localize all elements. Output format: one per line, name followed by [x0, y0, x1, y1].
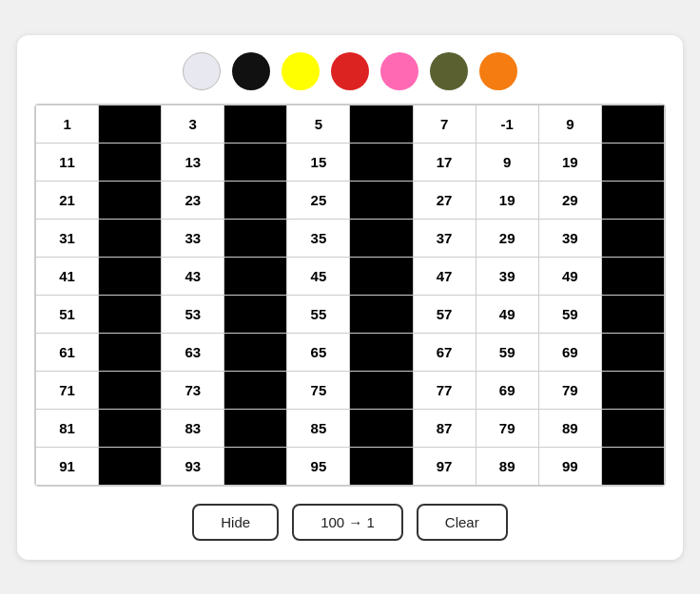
grid-cell[interactable]: 29 — [476, 219, 538, 257]
grid-cell[interactable]: 49 — [476, 295, 538, 333]
grid-cell[interactable] — [99, 257, 162, 295]
grid-cell[interactable]: 51 — [36, 295, 99, 333]
grid-cell[interactable]: 53 — [162, 295, 224, 333]
grid-cell[interactable] — [99, 219, 162, 257]
grid-cell[interactable]: 81 — [36, 409, 99, 447]
grid-cell[interactable]: 87 — [413, 409, 476, 447]
grid-cell[interactable]: 39 — [538, 219, 601, 257]
grid-cell[interactable] — [99, 295, 162, 333]
grid-cell[interactable]: 1 — [36, 105, 99, 143]
grid-cell[interactable]: 67 — [413, 333, 476, 371]
grid-cell[interactable] — [601, 333, 664, 371]
grid-cell[interactable] — [601, 447, 664, 485]
color-pink[interactable] — [380, 52, 418, 90]
color-olive[interactable] — [430, 52, 468, 90]
grid-cell[interactable]: 23 — [162, 181, 224, 219]
grid-cell[interactable] — [350, 219, 413, 257]
grid-cell[interactable] — [601, 409, 664, 447]
grid-cell[interactable]: 77 — [413, 371, 476, 409]
grid-cell[interactable]: 29 — [538, 181, 601, 219]
grid-cell[interactable]: 49 — [538, 257, 601, 295]
grid-cell[interactable] — [601, 257, 664, 295]
grid-cell[interactable]: 17 — [413, 143, 476, 181]
grid-cell[interactable]: 65 — [287, 333, 350, 371]
grid-cell[interactable]: 25 — [287, 181, 350, 219]
grid-cell[interactable]: 99 — [538, 447, 601, 485]
color-black[interactable] — [232, 52, 270, 90]
grid-cell[interactable] — [601, 143, 664, 181]
grid-cell[interactable]: 37 — [413, 219, 476, 257]
grid-cell[interactable]: 45 — [287, 257, 350, 295]
color-orange[interactable] — [479, 52, 517, 90]
grid-cell[interactable] — [350, 409, 413, 447]
grid-cell[interactable]: 73 — [162, 371, 224, 409]
grid-cell[interactable] — [99, 371, 162, 409]
grid-cell[interactable] — [224, 371, 287, 409]
grid-cell[interactable]: 5 — [287, 105, 350, 143]
grid-cell[interactable]: 79 — [476, 409, 538, 447]
grid-cell[interactable]: 69 — [538, 333, 601, 371]
grid-cell[interactable]: 35 — [287, 219, 350, 257]
grid-cell[interactable] — [350, 371, 413, 409]
grid-cell[interactable]: 89 — [476, 447, 538, 485]
grid-cell[interactable]: 61 — [36, 333, 99, 371]
grid-cell[interactable] — [99, 143, 162, 181]
grid-cell[interactable] — [350, 181, 413, 219]
grid-cell[interactable] — [99, 409, 162, 447]
grid-cell[interactable]: 21 — [36, 181, 99, 219]
grid-cell[interactable]: 43 — [162, 257, 224, 295]
grid-cell[interactable]: 57 — [413, 295, 476, 333]
color-yellow[interactable] — [282, 52, 320, 90]
grid-cell[interactable] — [350, 105, 413, 143]
order-button[interactable]: 100 → 1 — [292, 504, 403, 541]
grid-cell[interactable] — [99, 105, 162, 143]
grid-cell[interactable]: 97 — [413, 447, 476, 485]
color-white[interactable] — [183, 52, 221, 90]
grid-cell[interactable]: 19 — [476, 181, 538, 219]
grid-cell[interactable]: 31 — [36, 219, 99, 257]
grid-cell[interactable] — [224, 219, 287, 257]
clear-button[interactable]: Clear — [417, 504, 508, 541]
grid-cell[interactable]: 93 — [162, 447, 224, 485]
grid-cell[interactable] — [350, 257, 413, 295]
grid-cell[interactable]: 15 — [287, 143, 350, 181]
grid-cell[interactable] — [350, 447, 413, 485]
grid-cell[interactable]: 83 — [162, 409, 224, 447]
grid-cell[interactable] — [601, 105, 664, 143]
grid-cell[interactable]: 85 — [287, 409, 350, 447]
grid-cell[interactable]: 63 — [162, 333, 224, 371]
grid-cell[interactable]: 75 — [287, 371, 350, 409]
grid-cell[interactable]: 7 — [413, 105, 476, 143]
grid-cell[interactable] — [224, 409, 287, 447]
grid-cell[interactable]: 13 — [162, 143, 224, 181]
grid-cell[interactable]: 33 — [162, 219, 224, 257]
hide-button[interactable]: Hide — [192, 504, 279, 541]
grid-cell[interactable]: 9 — [538, 105, 601, 143]
grid-cell[interactable]: 47 — [413, 257, 476, 295]
grid-cell[interactable]: 91 — [36, 447, 99, 485]
grid-cell[interactable] — [99, 447, 162, 485]
grid-cell[interactable] — [601, 181, 664, 219]
grid-cell[interactable]: 41 — [36, 257, 99, 295]
grid-cell[interactable]: 79 — [538, 371, 601, 409]
grid-cell[interactable]: 59 — [476, 333, 538, 371]
grid-cell[interactable] — [350, 143, 413, 181]
grid-cell[interactable]: 39 — [476, 257, 538, 295]
grid-cell[interactable] — [99, 333, 162, 371]
grid-cell[interactable] — [601, 219, 664, 257]
grid-cell[interactable] — [224, 295, 287, 333]
grid-cell[interactable]: 59 — [538, 295, 601, 333]
grid-cell[interactable]: 27 — [413, 181, 476, 219]
grid-cell[interactable] — [601, 295, 664, 333]
grid-cell[interactable]: -1 — [476, 105, 538, 143]
grid-cell[interactable]: 71 — [36, 371, 99, 409]
color-red[interactable] — [331, 52, 369, 90]
grid-cell[interactable]: 19 — [538, 143, 601, 181]
grid-cell[interactable] — [350, 295, 413, 333]
grid-cell[interactable]: 3 — [162, 105, 224, 143]
grid-cell[interactable] — [224, 333, 287, 371]
grid-cell[interactable]: 55 — [287, 295, 350, 333]
grid-cell[interactable]: 89 — [538, 409, 601, 447]
grid-cell[interactable]: 11 — [36, 143, 99, 181]
grid-cell[interactable] — [224, 105, 287, 143]
